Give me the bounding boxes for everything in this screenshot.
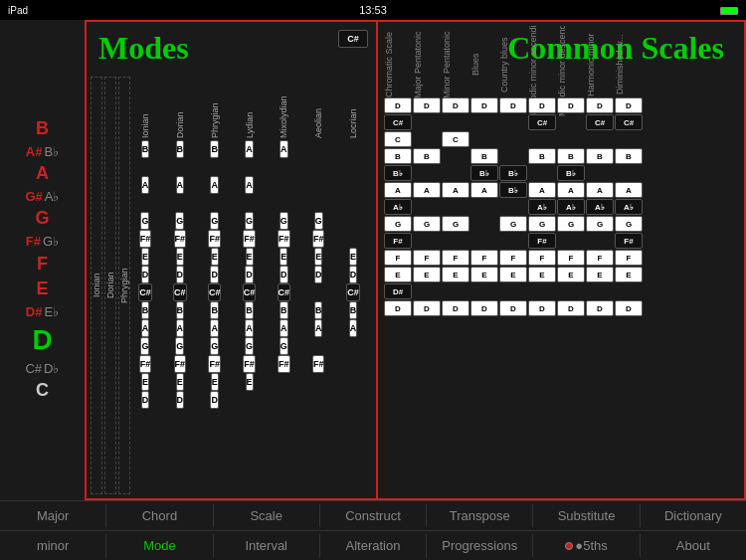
note-cell[interactable]: D xyxy=(280,266,288,283)
note-cell[interactable]: E xyxy=(314,248,322,266)
note-cell[interactable]: F# xyxy=(174,230,187,248)
note-cell[interactable]: F# xyxy=(312,355,325,373)
note-cell[interactable]: B xyxy=(141,301,150,319)
nav-progressions[interactable]: Progressions xyxy=(427,531,532,560)
note-cell[interactable]: G xyxy=(140,337,149,355)
note-cell[interactable]: G xyxy=(210,212,219,230)
note-cell[interactable]: G xyxy=(140,212,149,230)
note-cell[interactable]: G xyxy=(280,337,288,355)
nav-minor[interactable]: minor xyxy=(0,531,105,560)
nav-scale[interactable]: Scale xyxy=(214,501,319,530)
note-cell[interactable]: G xyxy=(210,337,219,355)
note-cell[interactable]: C# xyxy=(138,283,152,301)
note-cell[interactable]: F# xyxy=(208,230,221,248)
note-Dsharp-Eflat[interactable]: D# E♭ xyxy=(26,304,59,320)
nav-construct[interactable]: Construct xyxy=(320,501,426,530)
note-cell[interactable]: E xyxy=(141,248,149,266)
note-cell[interactable]: G xyxy=(245,337,254,355)
note-cell[interactable]: A xyxy=(176,176,185,194)
note-cell[interactable]: F# xyxy=(278,230,290,248)
note-cell[interactable]: B xyxy=(210,140,219,158)
note-cell[interactable]: D xyxy=(210,391,219,409)
note-cell[interactable]: D xyxy=(176,266,185,283)
note-A[interactable]: A xyxy=(36,163,49,185)
note-cell[interactable]: E xyxy=(176,373,184,391)
note-cell[interactable]: A xyxy=(176,319,185,337)
note-Gsharp-Aflat[interactable]: G# A♭ xyxy=(25,189,59,205)
note-cell[interactable]: C# xyxy=(278,283,291,301)
note-cell[interactable]: A xyxy=(245,319,254,337)
note-cell[interactable]: B xyxy=(245,301,254,319)
note-cell[interactable]: F# xyxy=(174,355,187,373)
nav-alteration[interactable]: Alteration xyxy=(320,531,426,560)
note-cell[interactable]: A xyxy=(245,176,254,194)
note-cell[interactable]: E xyxy=(211,373,219,391)
note-C[interactable]: C xyxy=(36,380,49,402)
note-cell[interactable]: A xyxy=(210,176,219,194)
nav-interval[interactable]: Interval xyxy=(214,531,319,560)
note-Asharp-Bflat[interactable]: A# B♭ xyxy=(26,144,59,160)
note-cell[interactable]: A xyxy=(210,319,219,337)
note-cell[interactable]: B xyxy=(210,301,219,319)
note-cell[interactable]: B xyxy=(280,301,288,319)
note-cell[interactable]: F# xyxy=(312,230,325,248)
note-cell[interactable]: F# xyxy=(278,355,290,373)
nav-chord[interactable]: Chord xyxy=(106,501,212,530)
note-cell[interactable]: F# xyxy=(139,355,152,373)
note-cell[interactable]: E xyxy=(349,248,357,266)
note-cell[interactable]: E xyxy=(246,248,254,266)
nav-major[interactable]: Major xyxy=(0,501,105,530)
note-E[interactable]: E xyxy=(36,279,48,300)
note-G[interactable]: G xyxy=(35,208,49,230)
note-cell[interactable]: C# xyxy=(173,283,187,301)
note-cell[interactable]: B xyxy=(141,140,150,158)
note-cell[interactable]: G xyxy=(314,212,323,230)
note-cell[interactable]: A xyxy=(314,319,323,337)
note-cell[interactable]: D xyxy=(349,266,358,283)
note-F[interactable]: F xyxy=(37,254,48,276)
note-cell[interactable]: E xyxy=(246,373,254,391)
note-D-selected[interactable]: D xyxy=(32,323,52,357)
note-cell[interactable]: G xyxy=(280,212,288,230)
nav-fifths[interactable]: ●5ths xyxy=(533,531,639,560)
note-cell[interactable]: A xyxy=(141,319,150,337)
note-Csharp-Dflat[interactable]: C# D♭ xyxy=(25,361,59,377)
note-cell[interactable]: C# xyxy=(346,283,360,301)
note-cell[interactable]: D xyxy=(245,266,254,283)
note-cell[interactable]: A xyxy=(141,176,150,194)
note-cell[interactable]: D xyxy=(141,391,150,409)
note-cell[interactable]: A xyxy=(349,319,358,337)
note-cell[interactable]: E xyxy=(280,248,287,266)
note-cell[interactable]: B xyxy=(176,140,185,158)
scale-col-header-mel-asc: Melodic minor ascending xyxy=(528,30,556,97)
note-cell[interactable]: F# xyxy=(208,355,221,373)
note-cell[interactable]: G xyxy=(175,212,184,230)
note-cell[interactable]: D xyxy=(141,266,150,283)
note-cell[interactable]: A xyxy=(280,319,288,337)
note-cell[interactable]: A xyxy=(280,140,288,158)
note-cell[interactable]: C# xyxy=(243,283,257,301)
note-Fsharp-Gflat[interactable]: F# G♭ xyxy=(26,234,59,250)
nav-mode[interactable]: Mode xyxy=(106,531,212,560)
nav-about[interactable]: About xyxy=(641,531,746,560)
nav-substitute[interactable]: Substitute xyxy=(533,501,639,530)
note-cell[interactable]: E xyxy=(211,248,219,266)
note-cell[interactable]: E xyxy=(141,373,149,391)
note-cell[interactable]: B xyxy=(314,301,323,319)
note-cell[interactable]: B xyxy=(176,301,185,319)
note-cell[interactable]: E xyxy=(176,248,184,266)
note-cell[interactable]: B xyxy=(349,301,358,319)
nav-transpose[interactable]: Transpose xyxy=(427,501,532,530)
note-cell[interactable]: D xyxy=(210,266,219,283)
note-cell[interactable]: D xyxy=(314,266,323,283)
note-cell[interactable]: G xyxy=(175,337,184,355)
note-cell[interactable]: F# xyxy=(243,230,256,248)
note-cell[interactable]: A xyxy=(245,140,254,158)
note-B[interactable]: B xyxy=(36,118,49,140)
note-cell[interactable]: D xyxy=(176,391,185,409)
note-cell[interactable]: C# xyxy=(208,283,222,301)
note-cell[interactable]: G xyxy=(245,212,254,230)
note-cell[interactable]: F# xyxy=(139,230,152,248)
note-cell[interactable]: F# xyxy=(243,355,256,373)
nav-dictionary[interactable]: Dictionary xyxy=(641,501,746,530)
